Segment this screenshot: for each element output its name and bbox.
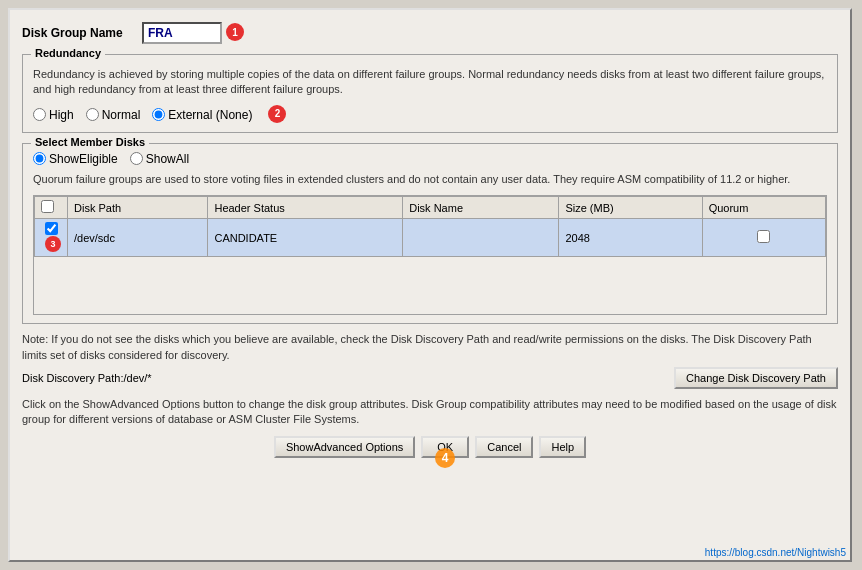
disk-group-name-row: Disk Group Name 1 [22,22,838,44]
redundancy-normal-option[interactable]: Normal [86,108,141,122]
change-disk-discovery-button[interactable]: Change Disk Discovery Path [674,367,838,389]
show-eligible-option[interactable]: ShowEligible [33,152,118,166]
redundancy-high-label: High [49,108,74,122]
advanced-note: Click on the ShowAdvanced Options button… [22,397,838,428]
badge-1: 1 [226,23,244,41]
discovery-note: Note: If you do not see the disks which … [22,332,838,363]
discovery-path-label: Disk Discovery Path:/dev/* [22,372,152,384]
redundancy-external-label: External (None) [168,108,252,122]
svg-text:4: 4 [442,451,449,465]
show-advanced-options-button[interactable]: ShowAdvanced Options [274,436,415,458]
bottom-buttons: ShowAdvanced Options OK 4 Cancel Help [22,436,838,458]
show-all-radio[interactable] [130,152,143,165]
disk-group-name-input[interactable] [142,22,222,44]
col-checkbox [35,197,68,219]
row-size-mb: 2048 [559,219,702,257]
redundancy-high-radio[interactable] [33,108,46,121]
table-row: 3 /dev/sdc CANDIDATE 2048 [35,219,826,257]
redundancy-external-radio[interactable] [152,108,165,121]
redundancy-options: High Normal External (None) 2 [33,106,827,124]
col-header-status: Header Status [208,197,403,219]
select-all-checkbox[interactable] [41,200,54,213]
redundancy-section: Redundancy Redundancy is achieved by sto… [22,54,838,133]
row-checkbox[interactable] [45,222,58,235]
badge-2: 2 [268,105,286,123]
redundancy-description: Redundancy is achieved by storing multip… [33,67,827,98]
discovery-path-row: Disk Discovery Path:/dev/* Change Disk D… [22,367,838,389]
redundancy-normal-label: Normal [102,108,141,122]
ok-button-wrapper: OK 4 [421,436,469,458]
redundancy-title: Redundancy [31,47,105,59]
show-eligible-label: ShowEligible [49,152,118,166]
show-options-group: ShowEligible ShowAll [33,152,827,166]
cancel-button[interactable]: Cancel [475,436,533,458]
redundancy-external-option[interactable]: External (None) [152,108,252,122]
row-header-status: CANDIDATE [208,219,403,257]
watermark: https://blog.csdn.net/Nightwish5 [705,547,846,558]
quorum-note: Quorum failure groups are used to store … [33,172,827,187]
show-eligible-radio[interactable] [33,152,46,165]
show-all-label: ShowAll [146,152,189,166]
row-disk-path: /dev/sdc [68,219,208,257]
col-disk-path: Disk Path [68,197,208,219]
member-disks-title: Select Member Disks [31,136,149,148]
disk-group-name-label: Disk Group Name [22,26,142,40]
redundancy-high-option[interactable]: High [33,108,74,122]
row-quorum [702,219,825,257]
col-quorum: Quorum [702,197,825,219]
col-size-mb: Size (MB) [559,197,702,219]
quorum-checkbox[interactable] [757,230,770,243]
ok-cursor-indicator: 4 [434,447,456,469]
row-disk-name [403,219,559,257]
badge-3: 3 [45,236,61,252]
show-all-option[interactable]: ShowAll [130,152,189,166]
create-disk-group-dialog: Disk Group Name 1 Redundancy Redundancy … [8,8,852,562]
disk-table: Disk Path Header Status Disk Name Size (… [34,196,826,257]
row-checkbox-cell: 3 [35,219,68,257]
help-button[interactable]: Help [539,436,586,458]
disk-table-header: Disk Path Header Status Disk Name Size (… [35,197,826,219]
redundancy-normal-radio[interactable] [86,108,99,121]
disk-table-wrapper: Disk Path Header Status Disk Name Size (… [33,195,827,315]
col-disk-name: Disk Name [403,197,559,219]
member-disks-section: Select Member Disks ShowEligible ShowAll… [22,143,838,324]
